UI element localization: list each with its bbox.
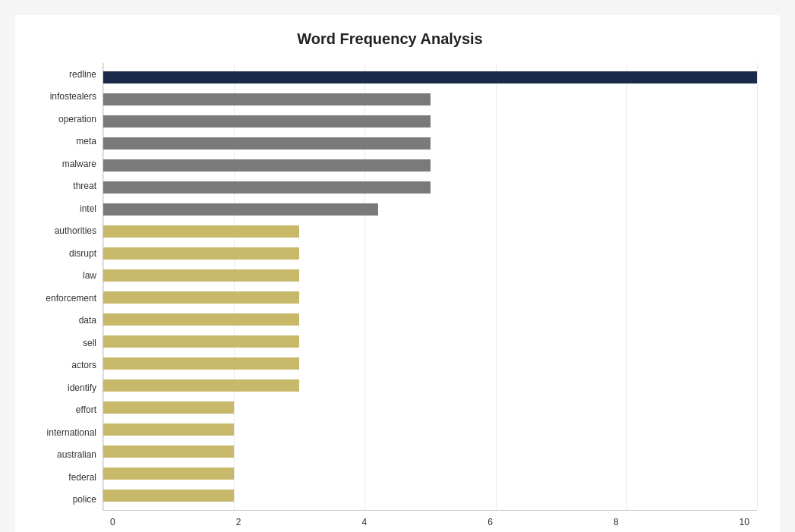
bar — [103, 71, 757, 83]
y-label: authorities — [55, 222, 96, 239]
bar — [103, 357, 299, 370]
bar-row — [103, 113, 757, 130]
bar — [103, 490, 234, 502]
bar-row — [103, 69, 757, 86]
bar-row — [103, 377, 757, 394]
bar — [103, 247, 299, 260]
chart-title: Word Frequency Analysis — [23, 30, 757, 48]
y-label: threat — [73, 178, 96, 194]
y-label: redline — [69, 66, 96, 83]
y-label: police — [73, 491, 96, 508]
bar — [103, 379, 299, 392]
y-label: intel — [80, 200, 96, 217]
bar-row — [103, 421, 757, 438]
bar — [103, 203, 378, 216]
y-label: sell — [83, 335, 96, 351]
bar-row — [103, 135, 757, 152]
bar-row — [103, 333, 757, 350]
bar — [103, 181, 431, 194]
bar-row — [103, 443, 757, 460]
y-label: malware — [62, 156, 96, 172]
bar — [103, 401, 234, 414]
bar — [103, 291, 299, 304]
chart-container: Word Frequency Analysis redlineinfosteal… — [15, 15, 780, 532]
bar-row — [103, 245, 757, 262]
y-label: enforcement — [46, 290, 96, 307]
y-label: federal — [68, 469, 96, 486]
y-axis-labels: redlineinfostealersoperationmetamalwaret… — [23, 63, 103, 511]
bar-row — [103, 355, 757, 372]
y-label: meta — [76, 133, 96, 150]
bar-row — [103, 223, 757, 240]
grid-line — [757, 63, 758, 510]
bar — [103, 225, 299, 238]
x-tick-label: 4 — [361, 517, 367, 527]
bar-row — [103, 157, 757, 174]
bar-row — [103, 289, 757, 306]
y-label: data — [79, 312, 96, 329]
bar — [103, 93, 431, 105]
x-tick-label: 6 — [487, 517, 493, 527]
x-tick-label: 2 — [236, 517, 241, 527]
y-label: infostealers — [50, 88, 96, 105]
y-label: effort — [76, 401, 96, 418]
bar — [103, 445, 234, 458]
bar — [103, 137, 431, 150]
bar — [103, 313, 299, 326]
bar-row — [103, 399, 757, 416]
y-label: disrupt — [69, 245, 96, 262]
chart-area: redlineinfostealersoperationmetamalwaret… — [23, 63, 757, 511]
plot-area — [103, 63, 757, 511]
bar-row — [103, 179, 757, 196]
x-tick-label: 10 — [740, 517, 749, 527]
y-label: law — [83, 267, 96, 284]
y-label: operation — [58, 111, 96, 127]
y-label: actors — [71, 357, 96, 373]
y-label: australian — [57, 446, 96, 463]
x-tick-label: 0 — [110, 517, 115, 527]
bar-row — [103, 487, 757, 504]
bar — [103, 335, 299, 348]
y-label: identify — [68, 379, 96, 396]
y-label: international — [47, 424, 96, 441]
bar-row — [103, 201, 757, 218]
bar — [103, 269, 299, 282]
bar — [103, 159, 431, 172]
bar — [103, 467, 234, 480]
bar-row — [103, 465, 757, 482]
bar-row — [103, 91, 757, 108]
bar — [103, 115, 431, 127]
bar — [103, 423, 234, 436]
bar-row — [103, 311, 757, 328]
bar-row — [103, 267, 757, 284]
x-tick-label: 8 — [614, 517, 619, 527]
x-axis-wrapper: 0246810 Frequency — [110, 517, 749, 532]
